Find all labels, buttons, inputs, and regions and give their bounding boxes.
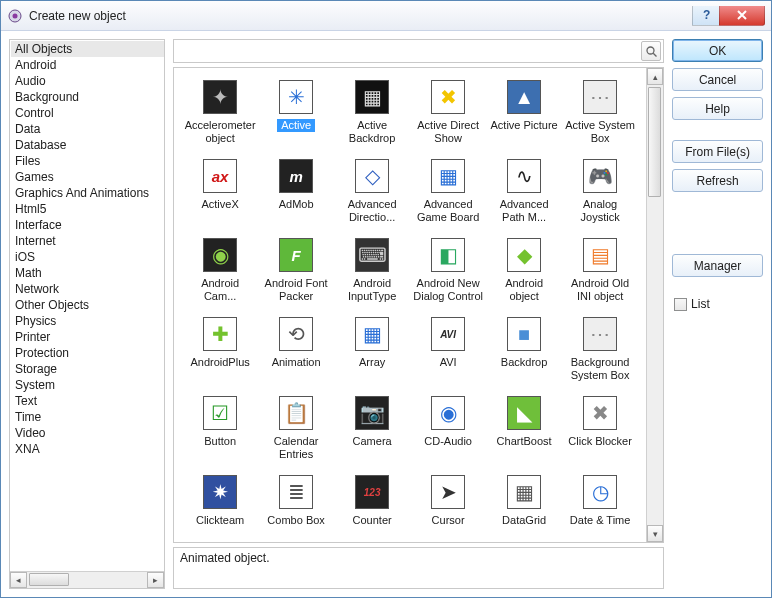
- grid-vertical-scrollbar[interactable]: ▴ ▾: [646, 68, 663, 542]
- sidebar-item[interactable]: Other Objects: [11, 297, 164, 313]
- scroll-right-arrow[interactable]: ▸: [147, 572, 164, 588]
- object-item[interactable]: ◆Android object: [486, 234, 562, 313]
- refresh-button[interactable]: Refresh: [672, 169, 763, 192]
- object-icon: AVI: [431, 317, 465, 351]
- sidebar-item[interactable]: Files: [11, 153, 164, 169]
- titlebar-help-button[interactable]: ?: [692, 6, 720, 26]
- object-label: Advanced Directio...: [336, 198, 408, 224]
- object-item[interactable]: ✚AndroidPlus: [182, 313, 258, 392]
- from-files-button[interactable]: From File(s): [672, 140, 763, 163]
- scroll-left-arrow[interactable]: ◂: [10, 572, 27, 588]
- object-item[interactable]: ▦Advanced Game Board: [410, 155, 486, 234]
- object-icon: ◷: [583, 475, 617, 509]
- object-item[interactable]: ▤Android Old INI object: [562, 234, 638, 313]
- sidebar-item[interactable]: Control: [11, 105, 164, 121]
- object-icon: ✚: [203, 317, 237, 351]
- sidebar-item[interactable]: Data: [11, 121, 164, 137]
- scroll-thumb[interactable]: [648, 87, 661, 197]
- object-item[interactable]: 📋Calendar Entries Control: [258, 392, 334, 471]
- sidebar-item[interactable]: Audio: [11, 73, 164, 89]
- sidebar-item[interactable]: Printer: [11, 329, 164, 345]
- object-item[interactable]: ▲Active Picture: [486, 76, 562, 155]
- search-input[interactable]: [178, 44, 641, 58]
- category-list[interactable]: All ObjectsAndroidAudioBackgroundControl…: [10, 40, 164, 571]
- object-item[interactable]: ■Backdrop: [486, 313, 562, 392]
- object-item[interactable]: ◇Advanced Directio...: [334, 155, 410, 234]
- manager-button[interactable]: Manager: [672, 254, 763, 277]
- object-item[interactable]: 123Counter: [334, 471, 410, 537]
- object-item[interactable]: ◉CD-Audio: [410, 392, 486, 471]
- object-item[interactable]: ◣ChartBoost: [486, 392, 562, 471]
- object-item[interactable]: ✷Clickteam: [182, 471, 258, 537]
- object-item[interactable]: ⌨Android InputType: [334, 234, 410, 313]
- object-item[interactable]: ∿Advanced Path M...: [486, 155, 562, 234]
- object-item[interactable]: ◉Android Cam...: [182, 234, 258, 313]
- object-item[interactable]: ☑Button: [182, 392, 258, 471]
- object-item[interactable]: ◷Date & Time: [562, 471, 638, 537]
- object-grid[interactable]: ✦Accelerometer object✳Active▦Active Back…: [174, 68, 646, 542]
- object-item[interactable]: mAdMob: [258, 155, 334, 234]
- ok-button[interactable]: OK: [672, 39, 763, 62]
- scroll-track[interactable]: [27, 572, 147, 588]
- object-label: AVI: [439, 356, 458, 369]
- list-checkbox[interactable]: List: [672, 297, 763, 311]
- window-title: Create new object: [29, 9, 693, 23]
- sidebar-item[interactable]: Math: [11, 265, 164, 281]
- sidebar-item[interactable]: Graphics And Animations: [11, 185, 164, 201]
- scroll-up-arrow[interactable]: ▴: [647, 68, 663, 85]
- object-item[interactable]: ✖Active Direct Show: [410, 76, 486, 155]
- object-item[interactable]: ➤Cursor: [410, 471, 486, 537]
- object-icon: ✦: [203, 80, 237, 114]
- sidebar-item[interactable]: Physics: [11, 313, 164, 329]
- object-item[interactable]: ⟲Animation: [258, 313, 334, 392]
- object-item[interactable]: ◧Android New Dialog Control: [410, 234, 486, 313]
- object-item[interactable]: ⋯Background System Box: [562, 313, 638, 392]
- sidebar-item[interactable]: Network: [11, 281, 164, 297]
- sidebar-item[interactable]: Games: [11, 169, 164, 185]
- object-item[interactable]: ⋯Active System Box: [562, 76, 638, 155]
- sidebar-item[interactable]: Html5: [11, 201, 164, 217]
- object-item[interactable]: 📷Camera: [334, 392, 410, 471]
- sidebar-item[interactable]: Internet: [11, 233, 164, 249]
- sidebar-item[interactable]: iOS: [11, 249, 164, 265]
- titlebar-close-button[interactable]: [719, 6, 765, 26]
- titlebar: Create new object ?: [1, 1, 771, 31]
- sidebar-item[interactable]: All Objects: [11, 41, 164, 57]
- sidebar-item[interactable]: Storage: [11, 361, 164, 377]
- object-label: Analog Joystick: [564, 198, 636, 224]
- sidebar-item[interactable]: Text: [11, 393, 164, 409]
- sidebar-item[interactable]: XNA: [11, 441, 164, 457]
- object-label: Android object: [488, 277, 560, 303]
- object-item[interactable]: ✖Click Blocker: [562, 392, 638, 471]
- object-label: Advanced Path M...: [488, 198, 560, 224]
- object-icon: ➤: [431, 475, 465, 509]
- object-label: Calendar Entries Control: [260, 435, 332, 461]
- sidebar-item[interactable]: Time: [11, 409, 164, 425]
- sidebar-item[interactable]: Interface: [11, 217, 164, 233]
- object-item[interactable]: AVIAVI: [410, 313, 486, 392]
- scroll-down-arrow[interactable]: ▾: [647, 525, 663, 542]
- object-item[interactable]: 🎮Analog Joystick: [562, 155, 638, 234]
- sidebar-item[interactable]: Protection: [11, 345, 164, 361]
- search-button[interactable]: [641, 41, 661, 61]
- object-item[interactable]: ✳Active: [258, 76, 334, 155]
- object-item[interactable]: ✦Accelerometer object: [182, 76, 258, 155]
- object-item[interactable]: ≣Combo Box: [258, 471, 334, 537]
- object-item[interactable]: ▦Array: [334, 313, 410, 392]
- object-label: Advanced Game Board: [412, 198, 484, 224]
- scroll-track[interactable]: [647, 85, 663, 525]
- cancel-button[interactable]: Cancel: [672, 68, 763, 91]
- object-item[interactable]: ▦Active Backdrop: [334, 76, 410, 155]
- help-button[interactable]: Help: [672, 97, 763, 120]
- sidebar-item[interactable]: Database: [11, 137, 164, 153]
- object-label: Android Old INI object: [564, 277, 636, 303]
- sidebar-item[interactable]: Background: [11, 89, 164, 105]
- sidebar-item[interactable]: Android: [11, 57, 164, 73]
- object-item[interactable]: axActiveX: [182, 155, 258, 234]
- sidebar-item[interactable]: Video: [11, 425, 164, 441]
- object-item[interactable]: ▦DataGrid: [486, 471, 562, 537]
- sidebar-horizontal-scrollbar[interactable]: ◂ ▸: [10, 571, 164, 588]
- scroll-thumb[interactable]: [29, 573, 69, 586]
- sidebar-item[interactable]: System: [11, 377, 164, 393]
- object-item[interactable]: FAndroid Font Packer: [258, 234, 334, 313]
